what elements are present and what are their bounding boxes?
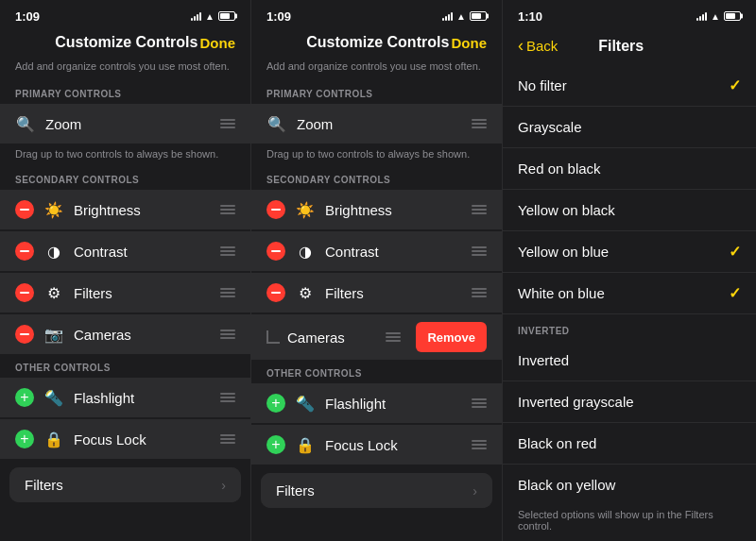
flashlight-item-1: 🔦 Flashlight — [0, 378, 250, 417]
add-btn-flashlight-1[interactable] — [15, 388, 34, 407]
filter-red-on-black[interactable]: Red on black — [503, 148, 756, 190]
remove-btn-contrast-2[interactable] — [266, 242, 285, 261]
cameras-icon-1: 📷 — [43, 324, 64, 345]
focuslock-item-1: 🔒 Focus Lock — [0, 419, 250, 459]
remove-action-btn-2[interactable]: Remove — [416, 322, 487, 352]
contrast-item-1: ◑ Contrast — [0, 231, 250, 271]
filters-page-title: Filters — [558, 38, 684, 55]
secondary-label-1: SECONDARY CONTROLS — [0, 167, 250, 189]
drag-handle-zoom-1[interactable] — [220, 119, 235, 128]
time-1: 1:09 — [15, 9, 40, 24]
drag-handle-filters-1[interactable] — [220, 288, 235, 297]
back-chevron-icon: ‹ — [518, 36, 524, 56]
drag-handle-flashlight-1[interactable] — [220, 393, 235, 402]
battery-icon-1 — [218, 11, 235, 21]
filters-item-1: ⚙ Filters — [0, 273, 250, 313]
filter-black-on-yellow[interactable]: Black on yellow — [503, 465, 756, 501]
filters-nav-2[interactable]: Filters › — [261, 473, 492, 508]
flashlight-label-1: Flashlight — [74, 390, 220, 406]
filter-white-on-blue[interactable]: White on blue ✓ — [503, 273, 756, 314]
check-yellow-on-blue: ✓ — [729, 243, 741, 261]
filter-inverted-grayscale[interactable]: Inverted grayscale — [503, 381, 756, 423]
status-icons-2: ▲ — [442, 11, 487, 22]
drag-handle-contrast-1[interactable] — [220, 246, 235, 256]
other-label-2: OTHER CONTROLS — [251, 361, 502, 382]
remove-btn-cameras-1[interactable] — [15, 325, 34, 344]
filter-no-filter[interactable]: No filter ✓ — [503, 65, 756, 107]
remove-btn-contrast-1[interactable] — [15, 242, 34, 261]
focuslock-label-2: Focus Lock — [325, 437, 472, 453]
drag-handle-flashlight-2[interactable] — [472, 398, 487, 408]
cameras-item-2: Cameras Remove — [251, 314, 502, 360]
wifi-icon-2: ▲ — [456, 11, 466, 22]
battery-icon-2 — [470, 11, 487, 21]
done-button-1[interactable]: Done — [200, 35, 236, 51]
drag-bracket-2 — [266, 330, 280, 344]
add-btn-flashlight-2[interactable] — [266, 394, 285, 413]
add-btn-focuslock-1[interactable] — [15, 430, 34, 448]
filter-grayscale[interactable]: Grayscale — [503, 107, 756, 148]
filters-label-1: Filters — [74, 285, 220, 301]
focuslock-icon-2: 🔒 — [295, 434, 316, 455]
wifi-icon-3: ▲ — [711, 11, 720, 22]
brightness-item-2: ☀️ Brightness — [251, 190, 502, 229]
drag-handle-focuslock-2[interactable] — [472, 440, 487, 449]
contrast-item-2: ◑ Contrast — [251, 231, 502, 271]
page-title-1: Customize Controls — [53, 34, 200, 51]
filter-yellow-on-black[interactable]: Yellow on black — [503, 190, 756, 231]
time-3: 1:10 — [518, 9, 542, 24]
drag-handle-brightness-2[interactable] — [472, 205, 487, 214]
focuslock-label-1: Focus Lock — [74, 431, 220, 448]
drag-note-1: Drag up to two controls to always be sho… — [0, 144, 250, 167]
brightness-icon-1: ☀️ — [43, 199, 64, 220]
chevron-right-2: › — [472, 483, 477, 499]
status-bar-3: 1:10 ▲ — [503, 0, 756, 28]
flashlight-item-2: 🔦 Flashlight — [251, 383, 502, 423]
drag-handle-cameras-2[interactable] — [386, 332, 401, 342]
flashlight-label-2: Flashlight — [325, 396, 472, 412]
nav-header-1: Customize Controls Done — [0, 28, 250, 60]
panel-2: 1:09 ▲ Customize Controls Done Add and o… — [251, 0, 503, 541]
status-bar-1: 1:09 ▲ — [0, 0, 250, 28]
filters-nav-1[interactable]: Filters › — [9, 467, 241, 502]
filters-label-2: Filters — [325, 285, 472, 301]
drag-handle-cameras-1[interactable] — [220, 330, 235, 339]
done-button-2[interactable]: Done — [452, 35, 488, 51]
remove-btn-brightness-2[interactable] — [266, 200, 285, 219]
filters-item-2: ⚙ Filters — [251, 273, 502, 313]
status-icons-3: ▲ — [696, 11, 741, 22]
brightness-icon-2: ☀️ — [295, 199, 316, 220]
filter-yellow-on-blue[interactable]: Yellow on blue ✓ — [503, 231, 756, 273]
filter-inverted[interactable]: Inverted — [503, 340, 756, 381]
signal-icon-3 — [696, 11, 707, 21]
drag-handle-focuslock-1[interactable] — [220, 434, 235, 444]
filter-black-on-red[interactable]: Black on red — [503, 423, 756, 465]
drag-handle-zoom-2[interactable] — [472, 119, 487, 128]
filter-list: No filter ✓ Grayscale Red on black Yello… — [503, 65, 756, 501]
remove-btn-brightness-1[interactable] — [15, 200, 34, 219]
drag-handle-filters-2[interactable] — [472, 288, 487, 297]
brightness-label-2: Brightness — [325, 202, 472, 218]
subtitle-2: Add and organize controls you use most o… — [251, 60, 502, 81]
back-button[interactable]: ‹ Back — [518, 36, 558, 56]
other-label-1: OTHER CONTROLS — [0, 355, 250, 377]
signal-icon-1 — [191, 11, 201, 21]
drag-handle-contrast-2[interactable] — [472, 246, 487, 256]
remove-btn-filters-1[interactable] — [15, 283, 34, 302]
add-btn-focuslock-2[interactable] — [266, 435, 285, 454]
contrast-icon-1: ◑ — [43, 241, 64, 262]
brightness-item-1: ☀️ Brightness — [0, 190, 250, 229]
filters-icon-2: ⚙ — [295, 282, 316, 303]
drag-handle-brightness-1[interactable] — [220, 205, 235, 214]
flashlight-icon-2: 🔦 — [295, 393, 316, 414]
contrast-label-1: Contrast — [74, 244, 220, 260]
primary-label-1: PRIMARY CONTROLS — [0, 81, 250, 103]
brightness-label-1: Brightness — [74, 202, 220, 218]
filters-nav-label-2: Filters — [276, 482, 315, 499]
focuslock-icon-1: 🔒 — [43, 429, 64, 449]
page-title-2: Customize Controls — [304, 34, 452, 51]
filters-icon-1: ⚙ — [43, 282, 64, 303]
panel-3: 1:10 ▲ ‹ Back Filters No filter ✓ Graysc… — [503, 0, 756, 541]
zoom-control-2: 🔍 Zoom — [251, 104, 502, 144]
remove-btn-filters-2[interactable] — [266, 283, 285, 302]
